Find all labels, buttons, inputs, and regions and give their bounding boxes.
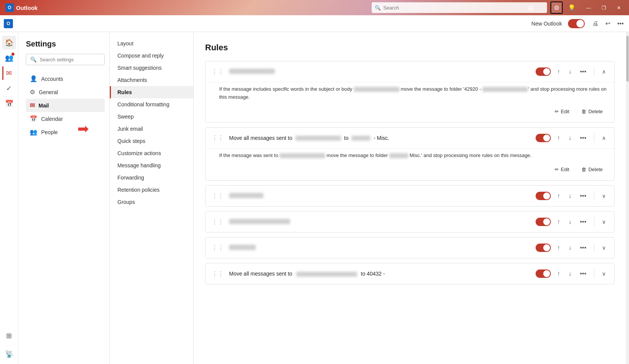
- scrollbar[interactable]: [626, 32, 629, 364]
- rule-5-divider: [594, 243, 594, 252]
- rule-5-toggle[interactable]: [536, 244, 551, 252]
- rule-1-more-btn[interactable]: •••: [578, 67, 589, 77]
- secondary-right-actions: 🖨 ↩ •••: [591, 18, 625, 29]
- rule-1-down-btn[interactable]: ↓: [566, 67, 574, 77]
- minimize-button[interactable]: —: [581, 2, 596, 14]
- rule-2-down-btn[interactable]: ↓: [566, 133, 574, 143]
- sidebar-home-icon[interactable]: 🏠: [2, 36, 16, 50]
- rule-1-redacted-1: [354, 87, 400, 92]
- rule-4-more-btn[interactable]: •••: [578, 217, 589, 227]
- print-icon[interactable]: 🖨: [591, 19, 600, 29]
- sidebar-item-general[interactable]: ⚙ General: [26, 85, 105, 99]
- subnav-compose[interactable]: Compose and reply: [110, 50, 193, 62]
- rule-2-edit-btn[interactable]: ✏ Edit: [551, 165, 573, 174]
- rule-1-redacted-2: [482, 87, 528, 92]
- search-settings-box[interactable]: 🔍: [26, 54, 105, 65]
- drag-handle-5[interactable]: ⋮⋮: [212, 244, 224, 252]
- subnav-retention[interactable]: Retention policies: [110, 184, 193, 196]
- more-options-icon[interactable]: •••: [616, 19, 625, 29]
- subnav-groups[interactable]: Groups: [110, 196, 193, 208]
- rule-6-more-btn[interactable]: •••: [578, 269, 589, 279]
- drag-handle-2[interactable]: ⋮⋮: [212, 134, 224, 141]
- drag-handle-6[interactable]: ⋮⋮: [212, 270, 224, 277]
- rule-3-expand-btn[interactable]: ∨: [600, 191, 608, 200]
- rule-3-down-btn[interactable]: ↓: [566, 191, 574, 201]
- subnav-junk[interactable]: Junk email: [110, 123, 193, 135]
- rule-2-collapse-btn[interactable]: ∧: [600, 133, 608, 143]
- search-settings-input[interactable]: [40, 57, 101, 63]
- sidebar-item-accounts[interactable]: 👤 Accounts: [26, 72, 105, 85]
- settings-gear-icon[interactable]: ⚙: [550, 2, 563, 14]
- subnav-attachments[interactable]: Attachments: [110, 74, 193, 86]
- drag-handle-4[interactable]: ⋮⋮: [212, 218, 224, 226]
- rule-2-up-btn[interactable]: ↑: [555, 133, 562, 143]
- subnav-panel: Layout Compose and reply Smart suggestio…: [110, 32, 194, 364]
- drag-handle-3[interactable]: ⋮⋮: [212, 192, 224, 200]
- rule-1-divider: [594, 67, 594, 76]
- drag-handle-1[interactable]: ⋮⋮: [212, 68, 224, 75]
- rule-3-up-btn[interactable]: ↑: [555, 191, 562, 201]
- people-icon: 👥: [30, 128, 37, 136]
- rule-6-expand-btn[interactable]: ∨: [600, 269, 608, 278]
- people-label: People: [41, 129, 58, 135]
- rule-3-toggle[interactable]: [536, 192, 551, 200]
- sidebar-item-calendar[interactable]: 📅 Calendar: [26, 112, 105, 125]
- subnav-customize[interactable]: Customize actions: [110, 147, 193, 159]
- rule-6-toggle[interactable]: [536, 269, 551, 278]
- subnav-forwarding[interactable]: Forwarding: [110, 172, 193, 184]
- settings-nav: 👤 Accounts ⚙ General ✉ Mail 📅 Calendar 👥: [26, 72, 105, 139]
- rule-1-delete-btn[interactable]: 🗑 Delete: [578, 107, 607, 116]
- delete-icon-1: 🗑: [581, 109, 586, 114]
- rule-3-more-btn[interactable]: •••: [578, 191, 589, 201]
- subnav-sweep[interactable]: Sweep: [110, 111, 193, 123]
- sidebar-people-icon[interactable]: 👥: [2, 51, 16, 65]
- subnav-conditional[interactable]: Conditional formatting: [110, 98, 193, 111]
- lightbulb-icon[interactable]: 💡: [566, 2, 578, 14]
- subnav-handling[interactable]: Message handling: [110, 159, 193, 172]
- delete-icon-2: 🗑: [581, 167, 586, 172]
- rule-card-4: ⋮⋮ ↑ ↓ ••• ∨: [205, 211, 615, 233]
- rule-4-header: ⋮⋮ ↑ ↓ ••• ∨: [205, 212, 614, 232]
- subnav-rules[interactable]: Rules: [110, 86, 193, 98]
- titlebar-search-container: 🔍: [372, 2, 547, 13]
- rule-5-up-btn[interactable]: ↑: [555, 243, 562, 253]
- rule-4-down-btn[interactable]: ↓: [566, 217, 574, 227]
- close-button[interactable]: ✕: [611, 2, 627, 14]
- scrollbar-thumb[interactable]: [626, 36, 629, 82]
- subnav-smart[interactable]: Smart suggestions: [110, 62, 193, 74]
- rule-4-up-btn[interactable]: ↑: [555, 217, 562, 227]
- rule-2-toggle[interactable]: [536, 134, 551, 142]
- subnav-layout[interactable]: Layout: [110, 37, 193, 50]
- global-search-input[interactable]: [372, 2, 547, 13]
- rule-card-3: ⋮⋮ ↑ ↓ ••• ∨: [205, 185, 615, 207]
- rule-4-toggle[interactable]: [536, 218, 551, 226]
- accounts-label: Accounts: [41, 76, 63, 82]
- sidebar-calendar-icon[interactable]: 📅: [2, 97, 16, 111]
- rule-1-header: ⋮⋮ ↑ ↓ ••• ∧: [205, 61, 614, 82]
- rule-2-more-btn[interactable]: •••: [578, 133, 589, 143]
- rule-1-edit-btn[interactable]: ✏ Edit: [551, 107, 573, 116]
- rule-6-redacted: [296, 272, 357, 277]
- sidebar-checkmark-icon[interactable]: ✓: [2, 82, 16, 95]
- rule-1-toggle[interactable]: [536, 67, 551, 76]
- subnav-quicksteps[interactable]: Quick steps: [110, 135, 193, 147]
- rule-5-expand-btn[interactable]: ∨: [600, 243, 608, 252]
- sidebar-grid-icon[interactable]: ⊞: [2, 329, 16, 343]
- rule-2-redacted-2: [351, 136, 371, 141]
- rule-1-collapse-btn[interactable]: ∧: [600, 67, 608, 76]
- rule-5-more-btn[interactable]: •••: [578, 243, 589, 253]
- mail-icon: ✉: [30, 102, 35, 109]
- sidebar-item-mail[interactable]: ✉ Mail: [26, 99, 105, 112]
- rule-5-down-btn[interactable]: ↓: [566, 243, 574, 253]
- rule-2-delete-btn[interactable]: 🗑 Delete: [578, 165, 607, 174]
- new-outlook-toggle[interactable]: [568, 19, 585, 28]
- sidebar-mail-icon[interactable]: ✉: [2, 66, 16, 80]
- sidebar-rss-icon[interactable]: 📡: [2, 347, 16, 361]
- undo-icon[interactable]: ↩: [604, 18, 612, 29]
- sidebar-item-people[interactable]: 👥 People: [26, 125, 105, 139]
- rule-1-up-btn[interactable]: ↑: [555, 67, 562, 77]
- restore-button[interactable]: ❐: [596, 2, 611, 14]
- rule-6-down-btn[interactable]: ↓: [566, 269, 574, 279]
- rule-6-up-btn[interactable]: ↑: [555, 269, 562, 279]
- rule-4-expand-btn[interactable]: ∨: [600, 217, 608, 226]
